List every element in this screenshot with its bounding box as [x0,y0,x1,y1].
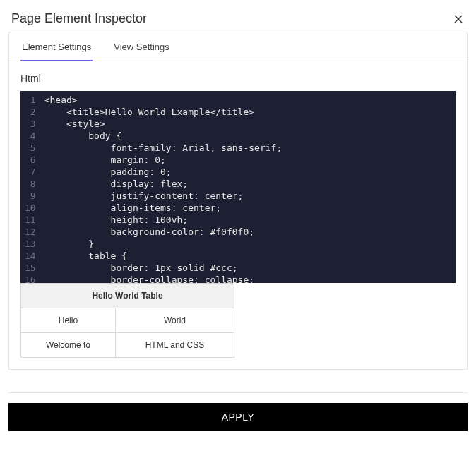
table-cell: World [115,308,234,333]
preview-table-header: Hello World Table [21,284,234,308]
html-field-label: Html [20,73,456,84]
line-number: 4 [25,130,36,142]
code-line: body { [44,130,450,142]
line-number: 16 [25,274,36,283]
code-line: <head> [44,94,450,106]
tabs: Element Settings View Settings [9,32,467,61]
table-cell: Welcome to [21,333,116,358]
tab-view-settings[interactable]: View Settings [112,33,171,61]
table-cell: Hello [21,308,116,333]
tab-element-settings[interactable]: Element Settings [20,33,93,61]
table-row: Welcome toHTML and CSS [21,333,234,358]
line-number: 5 [25,142,36,154]
code-lines: <head> <title>Hello World Example</title… [42,91,456,283]
table-row: HelloWorld [21,308,234,333]
code-line: <title>Hello World Example</title> [44,106,450,118]
line-number: 6 [25,154,36,166]
code-line: border: 1px solid #ccc; [44,262,450,274]
line-number: 14 [25,250,36,262]
code-line: padding: 0; [44,166,450,178]
code-line: align-items: center; [44,202,450,214]
line-number: 15 [25,262,36,274]
code-line: display: flex; [44,178,450,190]
html-code-editor[interactable]: 12345678910111213141516 <head> <title>He… [20,91,456,283]
close-button[interactable] [452,13,465,25]
line-number: 9 [25,190,36,202]
line-number: 2 [25,106,36,118]
preview-table: Hello World Table HelloWorldWelcome toHT… [20,283,234,358]
line-number: 12 [25,226,36,238]
apply-button[interactable]: APPLY [8,403,468,431]
line-number: 8 [25,178,36,190]
code-line: table { [44,250,450,262]
code-line: background-color: #f0f0f0; [44,226,450,238]
table-cell: HTML and CSS [115,333,234,358]
line-number: 11 [25,214,36,226]
close-icon [453,13,464,25]
line-number: 10 [25,202,36,214]
code-line: font-family: Arial, sans-serif; [44,142,450,154]
page-title: Page Element Inspector [11,11,147,26]
line-number: 7 [25,166,36,178]
code-line: margin: 0; [44,154,450,166]
code-line: justify-content: center; [44,190,450,202]
code-gutter: 12345678910111213141516 [20,91,42,283]
code-line: height: 100vh; [44,214,450,226]
code-line: } [44,238,450,250]
line-number: 13 [25,238,36,250]
line-number: 1 [25,94,36,106]
code-line: border-collapse: collapse; [44,274,450,283]
line-number: 3 [25,118,36,130]
code-line: <style> [44,118,450,130]
